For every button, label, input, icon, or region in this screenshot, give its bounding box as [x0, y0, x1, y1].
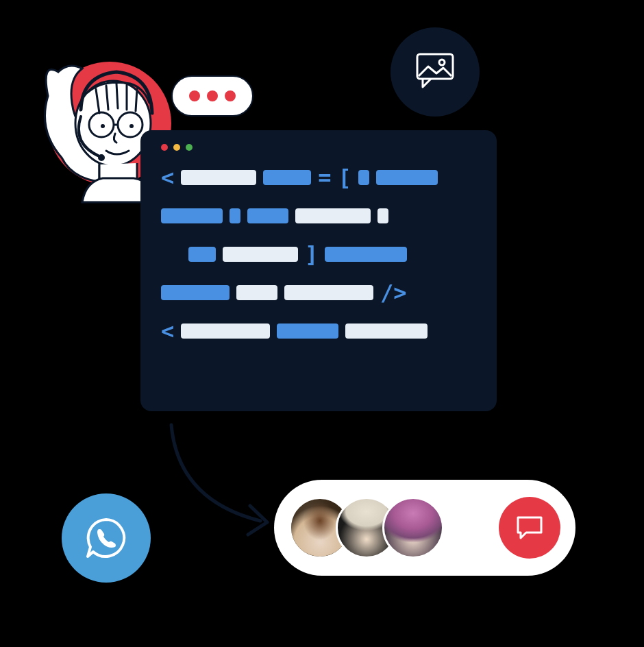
chat-widget-pill[interactable]	[274, 480, 575, 576]
svg-point-8	[439, 60, 445, 65]
whatsapp-badge	[62, 493, 151, 583]
code-symbol: [	[338, 167, 351, 188]
typing-dot	[207, 90, 218, 101]
code-token	[188, 247, 216, 262]
typing-indicator	[171, 75, 253, 117]
typing-dot	[225, 90, 236, 101]
code-token	[181, 170, 256, 185]
code-token	[345, 324, 428, 339]
traffic-light-zoom	[186, 144, 193, 151]
whatsapp-icon	[82, 514, 130, 562]
svg-point-5	[129, 124, 134, 128]
svg-rect-7	[417, 54, 453, 79]
typing-dot	[189, 90, 200, 101]
code-token	[161, 285, 230, 300]
code-token	[277, 324, 338, 339]
image-message-badge	[391, 27, 480, 117]
open-chat-button[interactable]	[499, 497, 560, 559]
code-token	[295, 208, 371, 223]
code-token	[230, 208, 240, 223]
image-message-icon	[413, 51, 457, 93]
code-token	[325, 247, 407, 262]
code-token	[284, 285, 373, 300]
code-token	[247, 208, 288, 223]
code-symbol: =	[318, 167, 331, 188]
svg-point-6	[98, 154, 105, 161]
code-symbol: <	[161, 320, 174, 342]
code-line: <	[161, 321, 476, 341]
code-symbol: />	[380, 282, 407, 304]
code-token	[358, 170, 369, 185]
code-line: <=[	[161, 168, 476, 187]
avatar-stack	[289, 497, 429, 559]
traffic-light-close	[161, 144, 168, 151]
svg-point-4	[101, 124, 105, 128]
code-token	[236, 285, 277, 300]
code-editor-window: <=[]/><	[140, 130, 497, 411]
code-line: ]	[161, 245, 476, 264]
window-traffic-lights	[161, 144, 476, 151]
code-token	[161, 208, 223, 223]
code-symbol: ]	[305, 243, 318, 265]
code-line	[161, 206, 476, 225]
flow-arrow-icon	[158, 418, 281, 548]
chat-bubble-icon	[515, 515, 544, 541]
code-line: />	[161, 283, 476, 302]
code-token	[181, 324, 270, 339]
code-token	[377, 208, 388, 223]
traffic-light-minimize	[173, 144, 180, 151]
code-token	[223, 247, 298, 262]
user-avatar-3	[382, 497, 444, 559]
code-token	[263, 170, 311, 185]
code-token	[376, 170, 438, 185]
code-symbol: <	[161, 167, 174, 188]
